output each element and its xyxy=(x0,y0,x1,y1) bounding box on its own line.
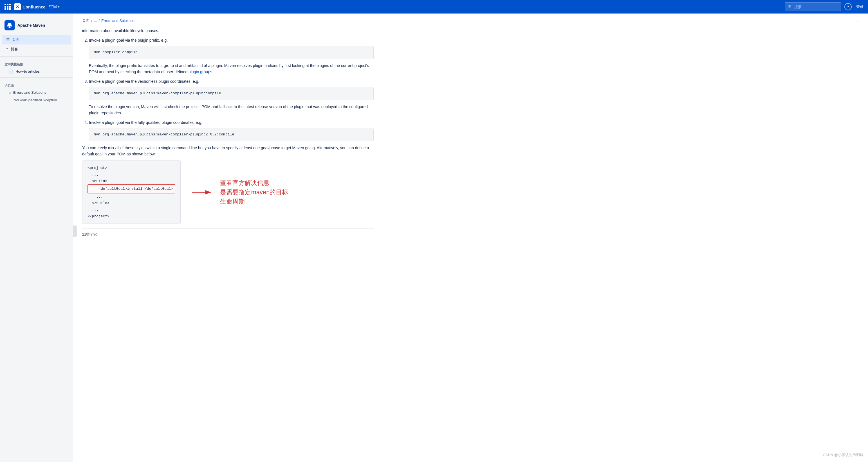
invocation-list: Invoke a plugin goal via the plugin pref… xyxy=(89,37,374,141)
confluence-logo-icon: ✕ xyxy=(14,3,21,10)
nogoal-label: NoGoalSpecifiedException xyxy=(13,98,57,102)
list-item-4: Invoke a plugin goal via the fully quali… xyxy=(89,119,374,141)
para-resolve-version: To resolve the plugin version, Maven wil… xyxy=(89,104,374,116)
sidebar-item-errors[interactable]: ≡ Errors and Solutions xyxy=(0,89,73,96)
errors-icon: ≡ xyxy=(9,91,11,95)
topnav-right-actions: ? 登录 xyxy=(844,3,864,10)
sidebar-item-how-to[interactable]: 📄 How-to articles xyxy=(0,67,73,75)
code-block-1: mvn compiler:compile xyxy=(89,46,374,59)
xml-code-block: <project> ... <build> <defaultGoal>insta… xyxy=(82,161,181,224)
list-item-3: Invoke a plugin goal via the versionless… xyxy=(89,78,374,116)
page-content: information about available lifecycle ph… xyxy=(73,25,383,246)
confluence-logo-text: Confluence xyxy=(23,4,45,9)
sidebar-item-pages[interactable]: ☰ 页面 xyxy=(2,35,71,45)
quick-links-title: 空间快捷链接 xyxy=(0,59,73,67)
more-options-button[interactable]: ··· xyxy=(855,18,859,23)
annotation-text: 查看官方解决信息 是需要指定maven的目标 生命周期 xyxy=(220,178,288,206)
space-header: Apache Maven xyxy=(0,18,73,35)
breadcrumb-pages[interactable]: 页面 xyxy=(82,18,90,23)
annotation-arrow xyxy=(192,187,214,198)
main-content: 页面 / ... / Errors and Solutions ··· info… xyxy=(73,13,868,462)
sidebar-divider-1 xyxy=(0,56,73,57)
list-item-2: Invoke a plugin goal via the plugin pref… xyxy=(89,37,374,75)
top-navigation: ✕ Confluence 空间 🔍 ? 登录 xyxy=(0,0,868,13)
page-layout: Apache Maven ☰ 页面 ❝ 博客 空间快捷链接 📄 How-to a… xyxy=(0,13,868,462)
reactions-bar: 21赞了它 xyxy=(82,228,374,237)
breadcrumb-current: Errors and Solutions xyxy=(101,19,134,23)
how-to-icon: 📄 xyxy=(9,69,13,74)
breadcrumb-ellipsis[interactable]: ... xyxy=(94,19,97,23)
watermark: CSDN @小张认为待测试 xyxy=(823,453,864,458)
sidebar-collapse-handle[interactable]: ‹ xyxy=(73,226,77,237)
space-icon xyxy=(4,20,14,30)
confluence-logo[interactable]: ✕ Confluence xyxy=(14,3,45,10)
xml-annotation-container: <project> ... <build> <defaultGoal>insta… xyxy=(82,161,374,224)
app-grid-icon[interactable] xyxy=(4,4,11,10)
breadcrumb-sep-2: / xyxy=(98,19,100,23)
how-to-label: How-to articles xyxy=(16,69,40,74)
login-button[interactable]: 登录 xyxy=(856,4,864,9)
breadcrumb: 页面 / ... / Errors and Solutions ··· xyxy=(73,13,868,25)
sidebar-item-blog[interactable]: ❝ 博客 xyxy=(2,45,71,54)
sidebar: Apache Maven ☰ 页面 ❝ 博客 空间快捷链接 📄 How-to a… xyxy=(0,13,73,462)
highlighted-default-goal: <defaultGoal>install</defaultGoal> xyxy=(88,184,175,193)
sidebar-blog-label: 博客 xyxy=(11,47,18,52)
para-lifecycle: information about available lifecycle ph… xyxy=(82,28,374,34)
blog-icon: ❝ xyxy=(6,47,8,52)
spaces-menu[interactable]: 空间 xyxy=(49,4,60,9)
search-bar[interactable]: 🔍 xyxy=(785,2,841,11)
arrow-annotation: 查看官方解决信息 是需要指定maven的目标 生命周期 xyxy=(192,178,288,206)
sidebar-item-nogoal[interactable]: NoGoalSpecifiedException xyxy=(0,96,73,104)
reactions-count[interactable]: 21赞了它 xyxy=(82,232,97,237)
spaces-label: 空间 xyxy=(49,4,57,9)
space-name: Apache Maven xyxy=(18,23,45,28)
subpages-title: 子页面 xyxy=(0,80,73,89)
search-icon: 🔍 xyxy=(788,4,793,9)
help-button[interactable]: ? xyxy=(844,3,852,10)
para-mix-styles: You can freely mix all of these styles w… xyxy=(82,145,374,157)
help-icon: ? xyxy=(847,5,849,9)
para-plugin-prefix: Eventually, the plugin prefix translates… xyxy=(89,62,374,75)
sidebar-pages-label: 页面 xyxy=(12,37,20,42)
errors-label: Errors and Solutions xyxy=(13,90,46,95)
breadcrumb-sep-1: / xyxy=(91,19,92,23)
search-input[interactable] xyxy=(794,5,838,9)
code-block-2: mvn org.apache.maven.plugins:maven-compi… xyxy=(89,87,374,100)
pages-icon: ☰ xyxy=(6,37,10,42)
plugin-groups-link[interactable]: plugin groups xyxy=(188,69,212,74)
code-block-3: mvn org.apache.maven.plugins:maven-compi… xyxy=(89,128,374,141)
